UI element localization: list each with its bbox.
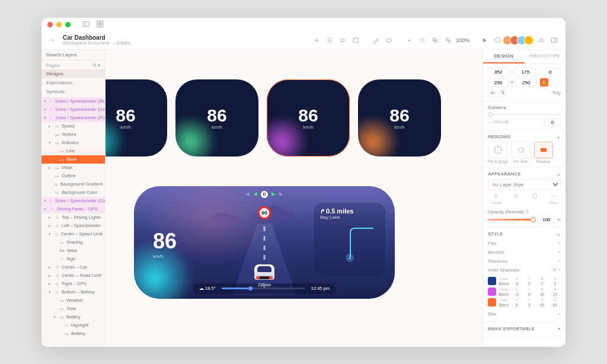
mask-tool-icon[interactable] [337,35,348,46]
pages-settings-icon[interactable]: ⚙ ▾ [92,63,100,68]
shadow-color-swatch[interactable] [488,288,496,296]
ungroup-tool-icon[interactable] [443,35,453,46]
tidy-button[interactable]: Tidy [552,90,561,95]
align-tool-icon[interactable] [311,35,322,46]
pos-x-input[interactable] [488,68,509,76]
minimize-window[interactable] [56,22,62,27]
collapse-icon[interactable]: ⌄ [557,171,561,177]
add-button[interactable]: + [47,35,58,46]
inspector-toggle-icon[interactable] [549,35,560,46]
collaborator-avatars[interactable] [505,36,533,45]
layer-row[interactable]: ▸◇Center – Car [41,263,105,272]
page-item[interactable]: Designs [41,69,105,78]
layer-row[interactable]: AaValue [41,247,105,255]
add-export-icon[interactable]: + [558,326,561,331]
opacity-slider[interactable] [488,219,536,221]
layer-row[interactable]: ▸▭Speed [41,122,105,130]
layer-row[interactable]: ▾◇Sides / Speedometer (Purple) [41,114,105,122]
document-title[interactable]: Car Dashboard Workspace Document — Edite… [63,34,130,46]
sidebar-toggle-icon[interactable] [82,20,90,30]
inner-shadows-row[interactable]: Inner Shadows⚙ + [488,266,561,274]
pos-y-input[interactable] [515,68,536,76]
cloud-icon[interactable] [492,35,503,46]
layer-row[interactable]: ▾▭Indicator [41,139,105,147]
shape-tool-icon[interactable] [384,35,394,46]
shadow-color-swatch[interactable] [488,277,496,285]
layer-style-select[interactable]: No Layer Style [488,179,561,190]
layer-row[interactable]: ▭Background Gradient [41,180,105,189]
layer-row[interactable]: ▾◇Sides / Speedometer (Copper) [41,197,105,205]
speedometer-artboard[interactable]: 86km/h [358,79,441,157]
layer-row[interactable]: ▸◇Right – GPS [41,280,105,288]
opacity-input[interactable] [538,216,555,223]
distribute-tool-icon[interactable] [324,35,335,46]
layer-row[interactable]: ▾◇Sides / Speedometer (Green) [41,106,105,114]
layer-row[interactable]: —Line [41,147,105,155]
symbol-tool-icon[interactable] [417,35,427,46]
components-icon[interactable] [96,20,104,30]
layer-row[interactable]: ▾◇Driving Panel – GPS [41,205,105,213]
more-icon[interactable]: More [550,193,558,205]
style-action-icon[interactable] [513,193,520,205]
pencil-tool-icon[interactable] [370,35,381,46]
create-style-icon[interactable]: Create [491,193,501,205]
width-input[interactable] [488,78,509,87]
layer-row[interactable]: ▾◇Center – Speed Limit [41,230,105,238]
pos-misc-input[interactable] [539,68,561,76]
page-item[interactable]: Explorations [41,78,105,87]
collapse-icon[interactable]: ⌄ [557,134,561,139]
layer-row[interactable]: ▭Background Color [41,189,105,197]
layer-row[interactable]: ▸▭Mask [41,164,105,172]
layer-row[interactable]: ▭Time [41,305,105,313]
layer-row[interactable]: —Highlight [41,321,105,330]
corner-input[interactable] [544,119,561,126]
search-input[interactable] [46,52,100,58]
tab-design[interactable]: DESIGN [483,50,525,63]
canvas[interactable]: 86km/h86km/h86km/h86km/h ◀ ◀ D ▶ ▶ 90 86… [106,50,483,347]
speedometer-artboard[interactable]: 86km/h [106,79,167,157]
notifications-icon[interactable] [536,35,547,46]
zoom-level[interactable]: 100% [456,37,469,43]
shadows-row[interactable]: Shadows+ [488,257,561,266]
collapse-icon[interactable]: ⌄ [557,231,561,237]
lock-aspect-icon[interactable]: 🔒 [540,78,548,87]
tab-prototype[interactable]: PROTOTYPE [525,50,566,63]
height-input[interactable] [516,78,536,87]
blur-row[interactable]: Blur+ [488,309,561,318]
borders-row[interactable]: Borders+ [488,248,561,257]
layer-row[interactable]: ○Sign [41,255,105,263]
fills-row[interactable]: Fills+ [488,239,561,248]
style-action-icon[interactable] [531,193,538,205]
flip-v-icon[interactable]: ⇅ [499,89,507,97]
svg-point-6 [341,39,344,42]
layer-row[interactable]: ▾▭Battery [41,313,105,321]
layer-row[interactable]: ▭Outline [41,172,105,180]
layer-row[interactable]: ▭Glow [41,155,105,164]
layer-row[interactable]: ▸◇Center – Road Limit [41,272,105,280]
layer-row[interactable]: ▭Shading [41,238,105,247]
page-item[interactable]: Symbols [41,87,105,96]
maximize-window[interactable] [65,22,71,27]
driving-panel[interactable]: ◀ ◀ D ▶ ▶ 90 86 km/h ↱0.5 miles Bay Lake [134,186,395,299]
close-window[interactable] [47,22,53,27]
layer-row[interactable]: ▭Weather [41,296,105,305]
outline-tool-icon[interactable] [350,35,361,46]
svg-rect-7 [353,38,358,43]
constraint-fix[interactable] [512,142,531,158]
group-tool-icon[interactable] [430,35,440,46]
speedometer-artboard[interactable]: 86km/h [175,79,258,157]
layer-row[interactable]: ▭Texture [41,130,105,139]
constraint-pin[interactable] [488,142,507,158]
constraint-preview[interactable] [534,142,553,158]
layer-row[interactable]: ▸◇Top – Driving Lights [41,213,105,222]
play-preview-icon[interactable] [479,35,490,46]
layer-row[interactable]: ▾◇Sides / Speedometer (Blue) [41,97,105,106]
avatar[interactable] [524,36,533,45]
flip-h-icon[interactable]: ⇋ [488,89,496,97]
layer-row[interactable]: ▾◇Bottom – Battery [41,288,105,296]
layer-row[interactable]: ▭Battery [41,330,105,338]
layer-row[interactable]: ▸◇Left – Speedometer [41,222,105,230]
shadow-color-swatch[interactable] [488,298,496,306]
link-tool-icon[interactable] [404,35,414,46]
speedometer-artboard[interactable]: 86km/h [267,79,350,157]
